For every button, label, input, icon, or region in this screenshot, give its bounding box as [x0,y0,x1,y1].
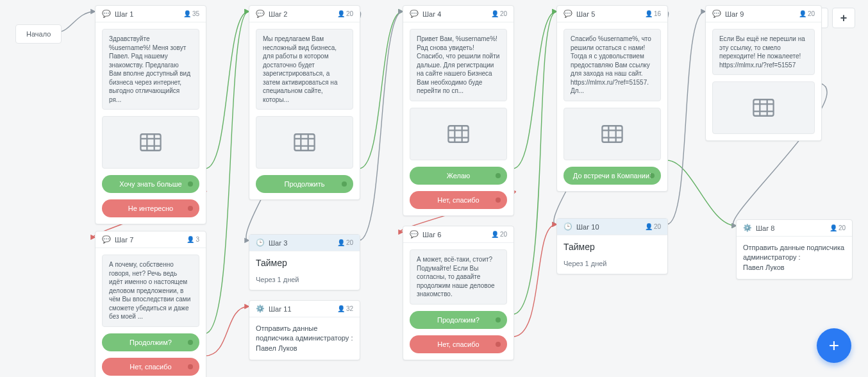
message-text: А почему, собственно говоря, нет? Речь в… [102,255,199,327]
card-title: Шаг 7 [115,236,183,244]
user-count: 👤32 [337,305,353,312]
step-card-10[interactable]: 🕒 Шаг 10 👤20 Таймер Через 1 дней [556,218,668,274]
media-placeholder [563,108,661,160]
card-title: Шаг 1 [115,10,179,18]
option-continue-button[interactable]: Продолжим? [102,333,199,351]
step-card-7[interactable]: 💬 Шаг 7 👤3 А почему, собственно говоря, … [95,231,206,377]
media-placeholder [712,81,815,134]
step-card-8[interactable]: ⚙️ Шаг 8 👤20 Отправить данные подписчика… [736,219,853,280]
option-more-button[interactable]: Хочу знать больше [102,175,199,193]
svg-rect-9 [294,134,314,151]
option-continue-button[interactable]: Продолжим? [410,311,507,329]
user-count: 👤3 [187,236,199,243]
media-placeholder [102,116,199,169]
gears-icon: ⚙️ [743,224,752,232]
message-text: Спасибо %username%, что решили остаться … [563,29,661,101]
card-title: Шаг 9 [725,10,795,18]
svg-rect-19 [602,126,622,142]
message-text: Привет Вам, %username%! Рад снова увидет… [410,29,507,101]
timer-title: Таймер [563,242,661,253]
chat-icon: 💬 [712,10,721,18]
card-title: Шаг 10 [576,223,641,231]
step-card-1[interactable]: 💬 Шаг 1 👤35 Здравствуйте %username%! Мен… [95,5,206,224]
timer-sub: Через 1 дней [563,260,661,267]
step-card-4[interactable]: 💬 Шаг 4 👤20 Привет Вам, %username%! Рад … [403,5,514,216]
step-card-5[interactable]: 💬 Шаг 5 👤16 Спасибо %username%, что реши… [556,5,668,192]
action-text: Отправить данные подписчика администрато… [743,243,846,272]
svg-rect-24 [753,99,773,116]
media-placeholder [410,108,507,160]
svg-rect-4 [140,134,160,151]
card-title: Шаг 3 [269,239,333,247]
option-nothanks-button[interactable]: Нет, спасибо [102,358,199,376]
option-notinterested-button[interactable]: Не интересно [102,199,199,217]
option-wish-button[interactable]: Желаю [410,167,507,185]
card-title: Шаг 8 [756,224,826,232]
add-step-fab[interactable]: + [817,328,851,363]
user-count: 👤20 [491,231,507,238]
user-count: 👤20 [799,10,815,17]
option-meet-button[interactable]: До встречи в Компании! [563,167,661,185]
option-continue-button[interactable]: Продолжить [256,175,353,193]
card-title: Шаг 6 [422,231,487,239]
timer-title: Таймер [256,258,353,269]
message-text: А может, всё-таки, стоит? Подумайте! Есл… [410,249,507,305]
option-nothanks-button[interactable]: Нет, спасибо [410,191,507,209]
step-card-11[interactable]: ⚙️ Шаг 11 👤32 Отправить данные подписчик… [249,300,360,360]
chat-icon: 💬 [410,230,419,239]
step-card-9[interactable]: 💬 Шаг 9 👤20 Если Вы ещё не перешли на эт… [705,5,822,141]
chat-icon: 💬 [102,10,111,18]
svg-rect-14 [448,126,468,142]
chat-icon: 💬 [563,10,572,18]
action-text: Отправить данные подписчика администрато… [256,324,353,353]
step-card-3[interactable]: 🕒 Шаг 3 👤20 Таймер Через 1 дней [249,234,360,290]
clock-icon: 🕒 [563,222,572,231]
card-title: Шаг 4 [422,10,487,18]
step-card-6[interactable]: 💬 Шаг 6 👤20 А может, всё-таки, стоит? По… [403,226,514,360]
step-card-2[interactable]: 💬 Шаг 2 👤20 Мы предлагаем Вам несложный … [249,5,360,200]
card-title: Шаг 5 [576,10,641,18]
user-count: 👤35 [183,10,199,17]
message-text: Если Вы ещё не перешли на эту ссылку, то… [712,29,815,75]
gears-icon: ⚙️ [256,305,265,313]
user-count: 👤20 [491,10,507,17]
user-count: 👤20 [830,224,846,231]
user-count: 👤20 [337,10,353,17]
chat-icon: 💬 [102,235,111,244]
card-title: Шаг 2 [269,10,333,18]
timer-sub: Через 1 дней [256,276,353,283]
card-title: Шаг 11 [269,305,333,313]
start-node[interactable]: Начало [15,24,62,44]
user-count: 👤20 [337,239,353,246]
user-count: 👤20 [645,223,661,230]
message-text: Мы предлагаем Вам несложный вид бизнеса,… [256,29,353,110]
message-text: Здравствуйте %username%! Меня зовут Паве… [102,29,199,110]
clock-icon: 🕒 [256,239,265,247]
chat-icon: 💬 [410,10,419,18]
zoom-in-button[interactable]: + [832,8,855,28]
chat-icon: 💬 [256,10,265,18]
user-count: 👤16 [645,10,661,17]
option-nothanks-button[interactable]: Нет, спасибо [410,335,507,353]
media-placeholder [256,116,353,169]
